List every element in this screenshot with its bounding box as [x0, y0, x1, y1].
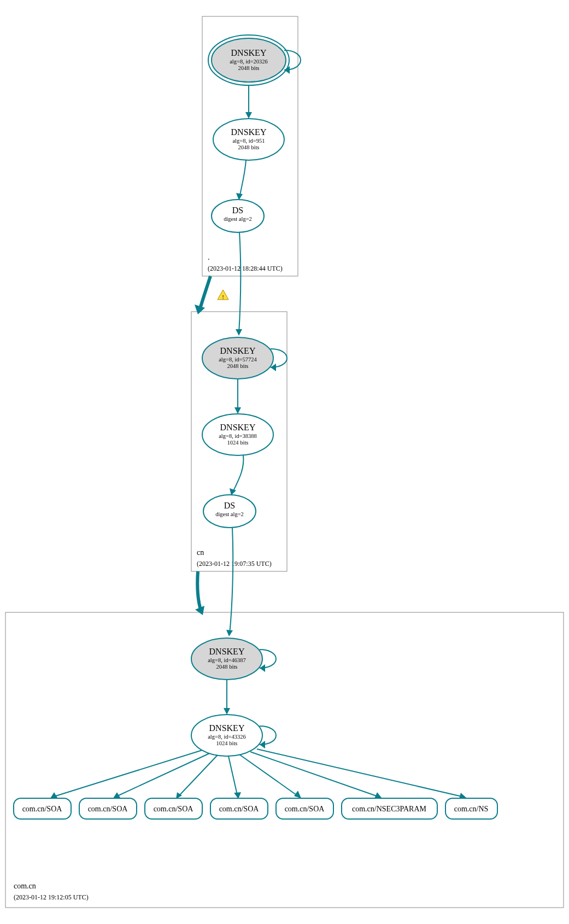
- edge-root-zsk-ds: [239, 160, 246, 198]
- svg-text:2048 bits: 2048 bits: [238, 65, 260, 71]
- zone-ts-cn: (2023-01-12 19:07:35 UTC): [197, 560, 272, 568]
- leaf-3: com.cn/SOA: [210, 798, 268, 819]
- svg-text:digest alg=2: digest alg=2: [224, 216, 252, 222]
- root-ksk-node: DNSKEY alg=8, id=20326 2048 bits: [208, 35, 289, 85]
- svg-text:com.cn/SOA: com.cn/SOA: [285, 805, 325, 813]
- svg-text:alg=8, id=951: alg=8, id=951: [232, 138, 265, 144]
- edges-zsk-to-leaves: [50, 749, 466, 799]
- svg-text:2048 bits: 2048 bits: [238, 144, 260, 150]
- svg-text:DNSKEY: DNSKEY: [220, 423, 256, 432]
- edge-cn-ds-to-comcn-ksk: [230, 528, 233, 634]
- svg-text:com.cn/SOA: com.cn/SOA: [154, 805, 194, 813]
- svg-text:!: !: [222, 294, 224, 300]
- svg-text:com.cn/SOA: com.cn/SOA: [88, 805, 128, 813]
- edge-root-to-cn-deleg: [200, 276, 210, 311]
- svg-text:1024 bits: 1024 bits: [227, 440, 249, 446]
- svg-marker-18: [236, 329, 242, 336]
- cn-ds-node: DS digest alg=2: [203, 495, 256, 528]
- svg-text:alg=8, id=20326: alg=8, id=20326: [230, 59, 268, 65]
- cn-zsk-node: DNSKEY alg=8, id=38388 1024 bits: [202, 414, 273, 455]
- svg-text:DNSKEY: DNSKEY: [231, 48, 267, 57]
- edge-root-ds-to-cn-ksk: [239, 232, 240, 334]
- svg-text:com.cn/NS: com.cn/NS: [454, 805, 489, 813]
- zone-box-comcn: [5, 612, 564, 908]
- svg-text:digest alg=2: digest alg=2: [215, 511, 244, 517]
- comcn-ksk-node: DNSKEY alg=8, id=46387 2048 bits: [191, 638, 262, 680]
- warning-icon: !: [218, 290, 228, 300]
- svg-marker-34: [226, 630, 233, 636]
- svg-text:2048 bits: 2048 bits: [216, 664, 238, 670]
- zone-label-comcn: com.cn: [14, 882, 36, 890]
- root-zsk-node: DNSKEY alg=8, id=951 2048 bits: [213, 119, 284, 160]
- edge-cn-zsk-ds: [232, 455, 243, 493]
- svg-marker-5: [284, 66, 290, 74]
- svg-text:DNSKEY: DNSKEY: [231, 127, 267, 137]
- svg-marker-10: [245, 112, 252, 119]
- svg-text:DS: DS: [232, 206, 243, 215]
- leaf-1: com.cn/SOA: [79, 798, 137, 819]
- svg-text:com.cn/SOA: com.cn/SOA: [219, 805, 260, 813]
- svg-text:DNSKEY: DNSKEY: [209, 723, 245, 733]
- leaf-2: com.cn/SOA: [145, 798, 202, 819]
- svg-text:alg=8, id=46387: alg=8, id=46387: [208, 657, 246, 663]
- leaf-6: com.cn/NS: [445, 798, 497, 819]
- svg-text:2048 bits: 2048 bits: [227, 363, 249, 369]
- svg-text:com.cn/NSEC3PARAM: com.cn/NSEC3PARAM: [352, 805, 427, 813]
- svg-marker-44: [224, 708, 230, 715]
- leaf-4: com.cn/SOA: [276, 798, 333, 819]
- cn-ksk-node: DNSKEY alg=8, id=57724 2048 bits: [202, 337, 273, 379]
- svg-marker-28: [234, 407, 241, 414]
- svg-text:alg=8, id=43326: alg=8, id=43326: [208, 734, 246, 740]
- svg-text:DS: DS: [224, 501, 235, 510]
- svg-text:com.cn/SOA: com.cn/SOA: [22, 805, 63, 813]
- zone-label-root: .: [208, 253, 210, 261]
- edge-cn-to-comcn-deleg: [197, 571, 201, 611]
- svg-text:alg=8, id=57724: alg=8, id=57724: [219, 356, 257, 362]
- leaf-0: com.cn/SOA: [14, 798, 71, 819]
- root-ds-node: DS digest alg=2: [212, 200, 264, 232]
- svg-text:DNSKEY: DNSKEY: [209, 647, 245, 656]
- zone-ts-comcn: (2023-01-12 19:12:05 UTC): [14, 893, 89, 901]
- svg-text:alg=8, id=38388: alg=8, id=38388: [219, 433, 257, 439]
- zone-ts-root: (2023-01-12 18:28:44 UTC): [208, 265, 283, 272]
- svg-text:DNSKEY: DNSKEY: [220, 346, 256, 355]
- svg-text:1024 bits: 1024 bits: [216, 740, 238, 746]
- leaf-5: com.cn/NSEC3PARAM: [342, 798, 437, 819]
- zone-label-cn: cn: [197, 548, 204, 557]
